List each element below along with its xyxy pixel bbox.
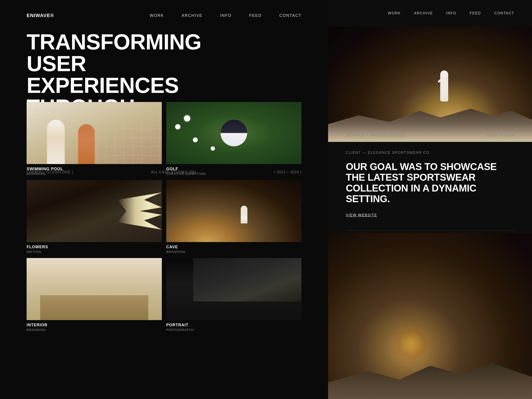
grid-item-image-swimming-pool <box>27 102 162 164</box>
golf-ball-3 <box>193 137 198 142</box>
nav-item-info[interactable]: INFO <box>220 13 231 18</box>
golf-person <box>221 120 247 146</box>
right-bottom-image <box>328 233 532 399</box>
nav-item-feed[interactable]: FEED <box>249 13 262 18</box>
grid-item-title: GOLF <box>166 167 301 171</box>
grid-item-subtitle: BRANDING <box>166 250 301 253</box>
grid-item-label-swimming-pool: SWIMMING POOL BRANDING <box>27 167 162 176</box>
grid-item-subtitle: PHOTOGRAPHY <box>166 328 301 332</box>
nav-item-archive[interactable]: ARCHIVE <box>182 13 202 18</box>
work-grid: SWIMMING POOL BRANDING GOLF CREATIVE DIR… <box>27 102 301 332</box>
left-panel: ENIWAVE® WORK ARCHIVE INFO FEED CONTACT … <box>0 0 328 399</box>
light-glow <box>389 321 434 366</box>
grid-item-title: PORTRAIT <box>166 323 301 327</box>
project-description: OUR GOAL WAS TO SHOWCASE THE LATEST SPOR… <box>346 161 514 204</box>
grid-item-subtitle: BRANDING <box>27 328 162 332</box>
golf-ball-1 <box>184 115 190 121</box>
right-hero-image: SERVICE — MOTION DESIGN YEAR — 2024 <box>328 27 532 142</box>
main-nav: ENIWAVE® WORK ARCHIVE INFO FEED CONTACT <box>0 0 328 31</box>
grid-item-interior[interactable]: INTERIOR BRANDING <box>27 258 162 332</box>
logo[interactable]: ENIWAVE® <box>27 13 150 18</box>
grid-item-image-flowers <box>27 180 162 242</box>
nav-links: WORK ARCHIVE INFO FEED CONTACT <box>150 13 301 18</box>
grid-item-subtitle: CREATIVE DIRECTION <box>166 172 301 176</box>
grid-item-label-cave: CAVE BRANDING <box>166 245 301 253</box>
golf-ball-2 <box>175 124 180 129</box>
right-nav: WORK ARCHIVE INFO FEED CONTACT <box>328 0 532 27</box>
grid-item-image-golf <box>166 102 301 164</box>
grid-item-cave[interactable]: CAVE BRANDING <box>166 180 301 253</box>
grid-item-label-portrait: PORTRAIT PHOTOGRAPHY <box>166 323 301 332</box>
interior-furniture <box>40 295 148 320</box>
right-nav-item-work[interactable]: WORK <box>388 11 401 15</box>
nav-item-work[interactable]: WORK <box>150 13 164 18</box>
client-label: CLIENT — ELEGANCE SPORTSWEAR CO. <box>346 151 514 155</box>
grid-item-title: FLOWERS <box>27 245 162 249</box>
figure-left <box>47 120 65 164</box>
right-nav-item-archive[interactable]: ARCHIVE <box>414 11 433 15</box>
grid-item-label-golf: GOLF CREATIVE DIRECTION <box>166 167 301 176</box>
year-label: YEAR — 2024 <box>486 133 514 137</box>
view-website-link[interactable]: VIEW WEBSITE <box>346 213 514 217</box>
grid-item-golf[interactable]: GOLF CREATIVE DIRECTION <box>166 102 301 176</box>
grid-item-label-interior: INTERIOR BRANDING <box>27 323 162 332</box>
right-content: CLIENT — ELEGANCE SPORTSWEAR CO. OUR GOA… <box>346 151 514 217</box>
service-label: SERVICE — MOTION DESIGN <box>346 133 406 137</box>
grid-item-title: SWIMMING POOL <box>27 167 162 171</box>
grid-item-flowers[interactable]: FLOWERS MOTION <box>27 180 162 253</box>
grid-item-subtitle: BRANDING <box>27 172 162 176</box>
figure-right <box>78 124 95 164</box>
grid-item-swimming-pool[interactable]: SWIMMING POOL BRANDING <box>27 102 162 176</box>
grid-item-portrait[interactable]: PORTRAIT PHOTOGRAPHY <box>166 258 301 332</box>
grid-item-label-flowers: FLOWERS MOTION <box>27 245 162 253</box>
right-nav-item-contact[interactable]: CONTACT <box>494 11 514 15</box>
right-nav-item-info[interactable]: INFO <box>446 11 456 15</box>
grid-item-title: CAVE <box>166 245 301 249</box>
portrait-face <box>193 258 301 301</box>
grid-item-subtitle: MOTION <box>27 250 162 253</box>
right-nav-links: WORK ARCHIVE INFO FEED CONTACT <box>388 11 514 15</box>
right-nav-item-feed[interactable]: FEED <box>470 11 481 15</box>
golf-ball-4 <box>211 146 215 151</box>
grid-item-title: INTERIOR <box>27 323 162 327</box>
right-panel: WORK ARCHIVE INFO FEED CONTACT SERVICE —… <box>328 0 532 399</box>
flowers-face <box>27 180 162 242</box>
grid-item-image-portrait <box>166 258 301 320</box>
grid-item-image-interior <box>27 258 162 320</box>
grid-item-image-cave <box>166 180 301 242</box>
cave-person <box>241 206 247 223</box>
cave-background <box>166 180 301 242</box>
nav-item-contact[interactable]: CONTACT <box>279 13 301 18</box>
